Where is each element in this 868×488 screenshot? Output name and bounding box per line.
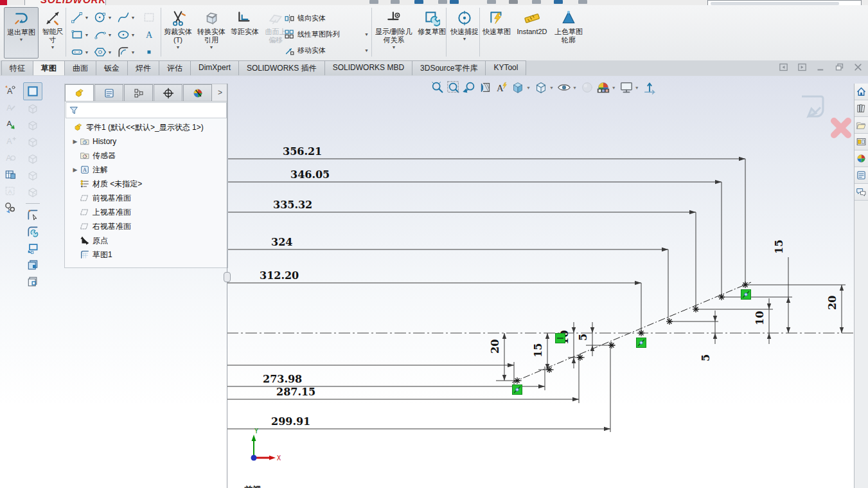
tree-item-原点[interactable]: 原点 [65, 233, 227, 248]
view-front-button[interactable] [24, 100, 42, 117]
zoom-to-area-button[interactable] [447, 80, 461, 95]
repair-sketch-button[interactable]: 修复草图 [416, 7, 447, 57]
dropdown-arrow-icon[interactable]: ▼ [572, 86, 577, 90]
annotation-views-button[interactable]: A [495, 80, 509, 95]
front-display-button[interactable] [24, 257, 42, 273]
tab-SOLIDWORKS MBD[interactable]: SOLIDWORKS MBD [324, 60, 412, 75]
panel-tab-propertymanager[interactable] [94, 84, 123, 101]
dimension-273.98[interactable]: 273.98 [227, 366, 545, 390]
annotation-add-button[interactable]: A [1, 132, 19, 149]
restore-button[interactable] [835, 62, 844, 72]
tab-焊件[interactable]: 焊件 [127, 60, 159, 75]
view-orientation-button[interactable] [511, 80, 525, 95]
tab-曲面[interactable]: 曲面 [64, 60, 96, 75]
edit-appearance-button[interactable] [580, 80, 594, 95]
dropdown-arrow-icon[interactable]: ▼ [526, 86, 531, 90]
dimension-5[interactable]: 5 [577, 322, 616, 356]
dropdown-arrow-icon[interactable]: ▼ [635, 86, 639, 90]
dimension-312.20[interactable]: 312.20 [227, 269, 641, 332]
solidworks-resources-tab[interactable] [855, 84, 868, 100]
dropdown-arrow-icon[interactable]: ▼ [612, 86, 616, 90]
dimension-label[interactable]: 10 [754, 311, 766, 325]
display-style-button[interactable] [534, 80, 548, 95]
panel-splitter[interactable] [227, 84, 227, 488]
dimension-346.05[interactable]: 346.05 [227, 168, 722, 297]
sketch-point[interactable] [577, 354, 583, 361]
three-point-arc-button[interactable]: ▼ [92, 26, 114, 43]
sketch-picture-button[interactable] [24, 240, 42, 257]
dimension-label[interactable]: 273.98 [263, 373, 302, 385]
dimension-label[interactable]: 335.32 [273, 199, 312, 211]
view-settings-button[interactable] [619, 80, 633, 95]
dropdown-arrow-icon[interactable]: ▼ [549, 86, 554, 90]
dimension-20[interactable]: 20 [489, 333, 522, 381]
dimension-label[interactable]: 299.91 [271, 415, 310, 428]
note-button[interactable]: A [1, 82, 19, 99]
linear-sketch-pattern-button[interactable]: 线性草图阵列▼ [284, 26, 369, 42]
dimension-15[interactable]: 15 [532, 333, 554, 370]
solidworks-forum-tab[interactable] [855, 184, 868, 201]
straight-slot-button[interactable]: ▼ [69, 44, 91, 60]
smart-dimension-button[interactable]: 智能尺寸▼ [40, 7, 66, 57]
tree-item-History[interactable]: ▶History [65, 134, 227, 149]
tab-钣金[interactable]: 钣金 [96, 60, 128, 75]
relation-badge-horizontal[interactable] [556, 334, 565, 343]
apply-scene-button[interactable] [596, 80, 610, 95]
tree-item-前视基准面[interactable]: 前视基准面 [65, 191, 227, 205]
tree-filter-input[interactable] [82, 104, 226, 116]
dimension-label[interactable]: 15 [532, 343, 544, 357]
view-palette-tab[interactable] [855, 134, 868, 150]
minimize-button[interactable] [816, 62, 826, 72]
relation-badge-coincident[interactable] [513, 385, 522, 395]
relation-badge-coincident[interactable] [637, 338, 646, 348]
line-button[interactable]: ▼ [69, 9, 91, 26]
section-view-button[interactable] [479, 80, 493, 95]
design-library-tab[interactable] [855, 100, 868, 117]
tab-DimXpert[interactable]: DimXpert [190, 60, 239, 75]
trim-entities-button[interactable]: 剪裁实体(T)▼ [163, 7, 193, 57]
relation-badge-coincident[interactable] [741, 290, 751, 300]
dimension-label[interactable]: 15 [773, 240, 785, 254]
shaded-sketch-contours-button[interactable]: 上色草图轮廓 [553, 7, 585, 57]
panel-tab-configurationmanager[interactable] [124, 84, 153, 101]
dimension-label[interactable]: 312.20 [260, 269, 299, 282]
sketch-point[interactable] [666, 318, 673, 325]
annotation-edit-button[interactable]: A [1, 99, 19, 116]
polygon-button[interactable]: ▼ [92, 44, 114, 60]
view-isometric-button[interactable] [24, 184, 42, 201]
zoom-to-fit-button[interactable] [430, 80, 445, 95]
panel-tab-dimxpertmanager[interactable] [154, 84, 182, 101]
tree-root[interactable]: 零件1 (默认<<默认>_显示状态 1>) [65, 120, 227, 134]
normal-to-button[interactable] [23, 82, 42, 100]
convert-entities-button[interactable]: 转换实体引用▼ [195, 7, 227, 57]
annotation-pattern-button[interactable]: A [1, 183, 19, 199]
sketch-fillet-button[interactable]: ▼ [115, 44, 137, 60]
sketch-point[interactable] [718, 294, 725, 300]
tree-item-传感器[interactable]: 传感器 [65, 149, 227, 163]
tree-item-材质 <未指定>[interactable]: 材质 <未指定> [65, 177, 227, 191]
view-left-button[interactable] [24, 134, 42, 150]
circle-button[interactable]: ▼ [92, 9, 114, 26]
dimension-label[interactable]: 356.21 [283, 145, 322, 158]
move-entities-button[interactable]: 移动实体▼ [284, 42, 369, 58]
dimension-label[interactable]: 346.05 [290, 168, 330, 181]
tab-SOLIDWORKS 插件[interactable]: SOLIDWORKS 插件 [238, 60, 325, 75]
collapse-pane-left-button[interactable] [779, 62, 788, 72]
offset-entities-button[interactable]: 等距实体 [230, 7, 260, 57]
3d-drawing-view-button[interactable] [642, 80, 657, 95]
sketch-point[interactable] [742, 282, 748, 288]
tab-草图[interactable]: 草图 [33, 60, 65, 75]
view-top-button[interactable] [24, 167, 42, 184]
expander-icon[interactable]: ▶ [71, 138, 79, 145]
datum-feature-button[interactable]: A [1, 116, 19, 132]
tab-评估[interactable]: 评估 [159, 60, 191, 75]
collapse-pane-right-button[interactable] [797, 62, 807, 72]
sketch-text-button[interactable]: A [138, 26, 160, 43]
appearances-scenes-tab[interactable] [855, 150, 868, 167]
dimension-label[interactable]: 20 [826, 296, 838, 310]
exit-sketch-button[interactable]: 退出草图▼ [4, 7, 39, 59]
dimension-label[interactable]: 287.15 [276, 386, 315, 398]
tree-item-草图1[interactable]: 草图1 [65, 248, 227, 262]
file-explorer-tab[interactable] [855, 117, 868, 134]
panel-expand-arrow[interactable]: > [218, 88, 222, 97]
